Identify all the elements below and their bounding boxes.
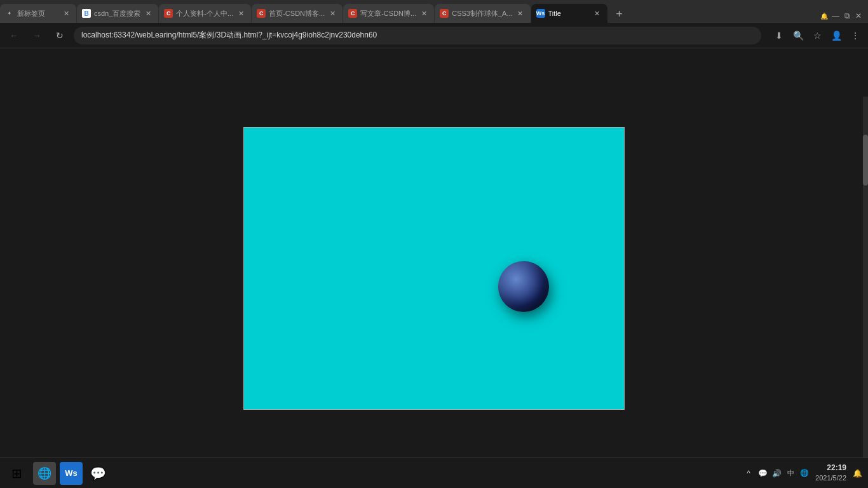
tab-close-csdn-home[interactable]: ✕ <box>327 8 337 18</box>
forward-button[interactable]: → <box>28 27 46 44</box>
close-icon: ✕ <box>855 11 862 20</box>
tab-close-new-tab[interactable]: ✕ <box>61 8 71 18</box>
tab-favicon-title: Ws <box>536 9 545 18</box>
tab-close-profile[interactable]: ✕ <box>236 8 246 18</box>
clock-date: 2021/5/22 <box>815 473 846 483</box>
profile-icon: 👤 <box>831 30 842 41</box>
menu-icon: ⋮ <box>851 30 860 41</box>
refresh-icon: ↻ <box>56 30 64 41</box>
clock-time: 22:19 <box>815 463 846 473</box>
demo-container <box>243 127 625 410</box>
taskbar-clock[interactable]: 22:19 2021/5/22 <box>815 463 846 483</box>
tab-title[interactable]: Ws Title ✕ <box>531 4 607 23</box>
tab-label-profile: 个人资料-个人中... <box>176 9 233 18</box>
profile-button[interactable]: 👤 <box>829 28 844 43</box>
tab-favicon-csdn-home: C <box>257 9 266 18</box>
tab-label-css3: CSS3制作球体_A... <box>452 9 512 18</box>
tab-favicon-csdn: B <box>82 9 91 18</box>
tab-profile[interactable]: C 个人资料-个人中... ✕ <box>159 4 251 23</box>
address-bar-icons: ⬇ 🔍 ☆ 👤 ⋮ <box>771 28 863 43</box>
tab-close-csdn-search[interactable]: ✕ <box>143 8 153 18</box>
restore-icon: ⧉ <box>844 11 850 20</box>
tab-favicon-profile: C <box>164 9 173 18</box>
tab-label-new-tab: 新标签页 <box>17 9 58 18</box>
browser-frame: ✦ 新标签页 ✕ B csdn_百度搜索 ✕ C 个人资料-个人中... ✕ C… <box>0 0 868 488</box>
tray-network[interactable]: 🌐 <box>799 468 810 479</box>
browser-content <box>0 48 868 488</box>
tab-csdn-home[interactable]: C 首页-CSDN博客... ✕ <box>252 4 342 23</box>
tab-csdn-article[interactable]: C 写文章-CSDN博... ✕ <box>343 4 434 23</box>
address-bar: ← → ↻ localhost:63342/webLearing/html5/案… <box>0 23 868 48</box>
taskbar-chrome[interactable]: 🌐 <box>33 462 56 485</box>
tab-close-article[interactable]: ✕ <box>419 8 429 18</box>
forward-icon: → <box>32 30 41 41</box>
tab-favicon-new-tab: ✦ <box>5 9 14 18</box>
tab-label-csdn-search: csdn_百度搜索 <box>94 9 140 18</box>
ws-icon: Ws <box>65 468 78 478</box>
url-text: localhost:63342/webLearing/html5/案例/3D动画… <box>81 30 754 41</box>
close-btn[interactable]: ✕ <box>854 11 863 20</box>
3d-ball <box>498 261 549 312</box>
scrollbar-thumb[interactable] <box>863 135 868 186</box>
url-bar[interactable]: localhost:63342/webLearing/html5/案例/3D动画… <box>74 27 761 44</box>
taskbar: ⊞ 🌐 Ws 💬 ^ 💬 🔊 中 🌐 22:19 2021/5/22 <box>0 458 868 488</box>
start-icon: ⊞ <box>11 466 22 481</box>
tab-label-article: 写文章-CSDN博... <box>360 9 416 18</box>
tray-icons: ^ 💬 🔊 中 🌐 <box>743 468 810 479</box>
new-tab-icon: + <box>616 8 623 21</box>
bookmark-icon[interactable]: ☆ <box>810 28 825 43</box>
taskbar-ws[interactable]: Ws <box>60 462 83 485</box>
notifications-icon: 🔔 <box>820 13 828 20</box>
tab-close-css3[interactable]: ✕ <box>515 8 526 18</box>
new-tab-button[interactable]: + <box>611 5 628 23</box>
tab-label-csdn-home: 首页-CSDN博客... <box>269 9 325 18</box>
zoom-icon[interactable]: 🔍 <box>790 28 806 43</box>
chrome-icon: 🌐 <box>37 466 51 480</box>
taskbar-wechat[interactable]: 💬 <box>86 462 109 485</box>
tab-new-tab[interactable]: ✦ 新标签页 ✕ <box>0 4 76 23</box>
scrollbar[interactable] <box>863 97 868 458</box>
tab-favicon-css3: C <box>440 9 449 18</box>
refresh-button[interactable]: ↻ <box>51 27 69 44</box>
tray-expand[interactable]: ^ <box>743 468 754 479</box>
wechat-icon: 💬 <box>90 466 106 481</box>
window-controls: 🔔 — ⧉ ✕ <box>820 11 868 23</box>
tray-speaker[interactable]: 🔊 <box>771 468 782 479</box>
tab-bar: ✦ 新标签页 ✕ B csdn_百度搜索 ✕ C 个人资料-个人中... ✕ C… <box>0 0 868 23</box>
restore-btn[interactable]: ⧉ <box>843 11 851 20</box>
notifications-btn[interactable]: 🔔 <box>820 11 829 20</box>
menu-button[interactable]: ⋮ <box>848 28 863 43</box>
minimize-icon: — <box>832 11 839 20</box>
minimize-btn[interactable]: — <box>831 11 840 20</box>
tab-label-title: Title <box>548 10 590 17</box>
tab-favicon-article: C <box>348 9 357 18</box>
start-button[interactable]: ⊞ <box>5 462 28 485</box>
tray-wechat[interactable]: 💬 <box>757 468 768 479</box>
tab-close-title[interactable]: ✕ <box>592 8 602 18</box>
tab-csdn-search[interactable]: B csdn_百度搜索 ✕ <box>77 4 158 23</box>
notification-btn[interactable]: 🔔 <box>851 468 863 479</box>
taskbar-right: ^ 💬 🔊 中 🌐 22:19 2021/5/22 🔔 <box>743 463 863 483</box>
download-icon[interactable]: ⬇ <box>771 28 787 43</box>
back-button[interactable]: ← <box>5 27 23 44</box>
back-icon: ← <box>10 30 18 41</box>
tab-css3-ball[interactable]: C CSS3制作球体_A... ✕ <box>435 4 530 23</box>
tray-ime[interactable]: 中 <box>785 468 796 479</box>
